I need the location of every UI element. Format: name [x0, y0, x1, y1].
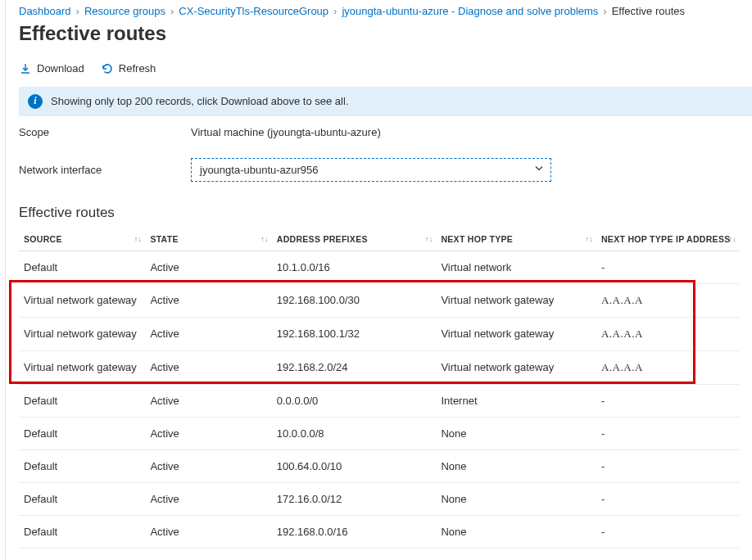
refresh-label: Refresh: [119, 62, 156, 75]
network-interface-label: Network interface: [19, 164, 191, 176]
cell-next-hop-ip: -: [596, 449, 740, 482]
routes-table: SOURCE ↑↓ STATE ↑↓ ADDRESS PREFIXES ↑↓ N…: [19, 228, 740, 549]
cell-next-hop-ip: -: [596, 515, 740, 548]
cell-address-prefix: 10.0.0.0/8: [272, 417, 437, 449]
sort-icon: ↑↓: [728, 237, 736, 242]
cell-state: Active: [145, 251, 271, 283]
breadcrumb-sep: ›: [165, 5, 179, 17]
cell-next-hop-type: Virtual network gateway: [436, 350, 596, 384]
table-row: DefaultActive100.64.0.0/10None-: [19, 449, 740, 482]
scope-row: Scope Virtual machine (jyoungta-ubuntu-a…: [19, 116, 752, 148]
column-source-label: SOURCE: [24, 234, 62, 244]
breadcrumb-vm-diagnose[interactable]: jyoungta-ubuntu-azure - Diagnose and sol…: [342, 5, 598, 17]
cell-address-prefix: 192.168.2.0/24: [272, 350, 437, 384]
cell-next-hop-ip: -: [596, 251, 740, 283]
cell-state: Active: [145, 515, 271, 548]
download-icon: [19, 62, 32, 75]
breadcrumb-sep: ›: [71, 5, 84, 17]
cell-address-prefix: 10.1.0.0/16: [272, 251, 437, 283]
breadcrumb-current: Effective routes: [612, 5, 685, 17]
column-next-hop-ip[interactable]: NEXT HOP TYPE IP ADDRESS ↑↓: [596, 228, 740, 251]
cell-state: Active: [145, 317, 271, 350]
download-button[interactable]: Download: [19, 62, 84, 75]
cell-state: Active: [145, 417, 271, 449]
scope-value: Virtual machine (jyoungta-ubuntu-azure): [191, 126, 752, 138]
cell-address-prefix: 192.168.100.1/32: [272, 317, 437, 350]
cell-source: Default: [19, 384, 145, 417]
cell-next-hop-ip: -: [596, 417, 740, 449]
cell-state: Active: [145, 283, 271, 317]
network-interface-select[interactable]: jyoungta-ubuntu-azur956: [191, 158, 551, 182]
breadcrumb-resource-group-name[interactable]: CX-SecurityTls-ResourceGroup: [179, 5, 328, 17]
cell-state: Active: [145, 350, 271, 384]
table-row: Virtual network gatewayActive192.168.100…: [19, 317, 740, 350]
column-next-hop-type-label: NEXT HOP TYPE: [441, 234, 513, 244]
cell-next-hop-ip: -: [596, 482, 740, 515]
cell-address-prefix: 192.168.100.0/30: [272, 283, 437, 317]
cell-next-hop-ip: -: [596, 384, 740, 417]
breadcrumb-resource-groups[interactable]: Resource groups: [84, 5, 165, 17]
cell-source: Virtual network gateway: [19, 317, 145, 350]
info-banner: i Showing only top 200 records, click Do…: [19, 87, 752, 116]
cell-next-hop-ip: A.A.A.A: [596, 350, 740, 384]
section-title: Effective routes: [19, 205, 752, 221]
column-state-label: STATE: [150, 234, 178, 244]
table-row: DefaultActive10.0.0.0/8None-: [19, 417, 740, 449]
cell-source: Default: [19, 482, 145, 515]
cell-next-hop-ip: A.A.A.A: [596, 317, 740, 350]
cell-source: Default: [19, 251, 145, 283]
cell-next-hop-ip: A.A.A.A: [596, 283, 740, 317]
cell-state: Active: [145, 482, 271, 515]
column-next-hop-type[interactable]: NEXT HOP TYPE ↑↓: [436, 228, 596, 251]
sort-icon: ↑↓: [425, 237, 433, 242]
breadcrumb: Dashboard › Resource groups › CX-Securit…: [19, 0, 752, 19]
sort-icon: ↑↓: [585, 237, 593, 242]
cell-address-prefix: 100.64.0.0/10: [272, 449, 437, 482]
cell-next-hop-type: None: [436, 515, 596, 548]
breadcrumb-dashboard[interactable]: Dashboard: [19, 5, 71, 17]
cell-source: Default: [19, 417, 145, 449]
info-icon: i: [28, 94, 43, 109]
cell-source: Default: [19, 449, 145, 482]
chevron-down-icon: [534, 164, 544, 176]
breadcrumb-sep: ›: [598, 5, 611, 17]
column-state[interactable]: STATE ↑↓: [145, 228, 271, 251]
cell-state: Active: [145, 384, 271, 417]
cell-address-prefix: 0.0.0.0/0: [272, 384, 437, 417]
breadcrumb-sep: ›: [328, 5, 342, 17]
cell-source: Virtual network gateway: [19, 283, 145, 317]
table-row: DefaultActive10.1.0.0/16Virtual network-: [19, 251, 740, 283]
cell-next-hop-type: Virtual network gateway: [436, 283, 596, 317]
cell-next-hop-type: None: [436, 417, 596, 449]
column-address-prefixes[interactable]: ADDRESS PREFIXES ↑↓: [272, 228, 437, 251]
cell-next-hop-type: Internet: [436, 384, 596, 417]
cell-address-prefix: 192.168.0.0/16: [272, 515, 437, 548]
cell-state: Active: [145, 449, 271, 482]
cell-next-hop-type: Virtual network gateway: [436, 317, 596, 350]
page-title: Effective routes: [19, 22, 752, 46]
refresh-button[interactable]: Refresh: [101, 62, 156, 75]
refresh-icon: [101, 62, 114, 75]
sort-icon: ↑↓: [260, 237, 269, 242]
table-row: Virtual network gatewayActive192.168.100…: [19, 283, 740, 317]
cell-address-prefix: 172.16.0.0/12: [272, 482, 437, 515]
cell-source: Virtual network gateway: [19, 350, 145, 384]
cell-next-hop-type: None: [436, 482, 596, 515]
table-row: DefaultActive0.0.0.0/0Internet-: [19, 384, 740, 417]
column-address-prefixes-label: ADDRESS PREFIXES: [277, 234, 368, 244]
table-row: Virtual network gatewayActive192.168.2.0…: [19, 350, 740, 384]
toolbar: Download Refresh: [19, 59, 752, 87]
routes-table-wrapper: SOURCE ↑↓ STATE ↑↓ ADDRESS PREFIXES ↑↓ N…: [19, 228, 752, 549]
cell-source: Default: [19, 515, 145, 548]
info-banner-text: Showing only top 200 records, click Down…: [51, 95, 349, 107]
table-row: DefaultActive172.16.0.0/12None-: [19, 482, 740, 515]
column-next-hop-ip-label: NEXT HOP TYPE IP ADDRESS: [601, 234, 731, 244]
network-interface-row: Network interface jyoungta-ubuntu-azur95…: [19, 148, 752, 192]
table-row: DefaultActive192.168.0.0/16None-: [19, 515, 740, 548]
sort-icon: ↑↓: [134, 237, 143, 242]
column-source[interactable]: SOURCE ↑↓: [19, 228, 145, 251]
scope-label: Scope: [19, 126, 191, 138]
network-interface-selected: jyoungta-ubuntu-azur956: [200, 164, 319, 176]
cell-next-hop-type: Virtual network: [436, 251, 596, 283]
cell-next-hop-type: None: [436, 449, 596, 482]
